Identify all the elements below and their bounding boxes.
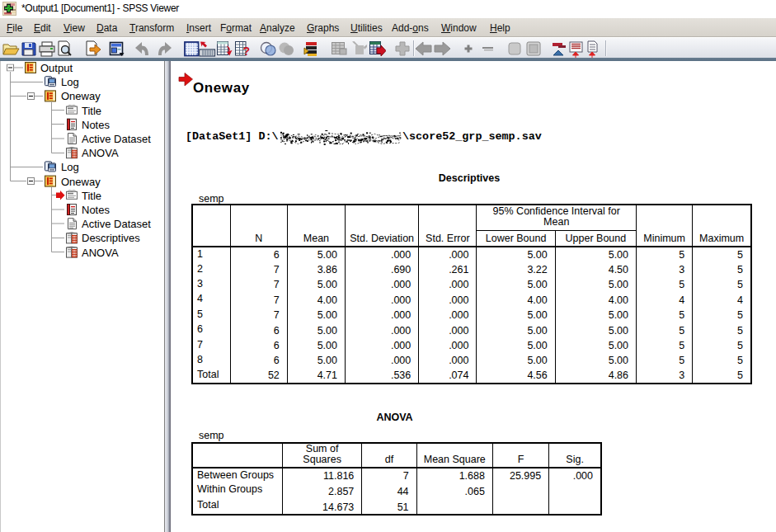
svg-text:?: ? bbox=[243, 45, 251, 58]
